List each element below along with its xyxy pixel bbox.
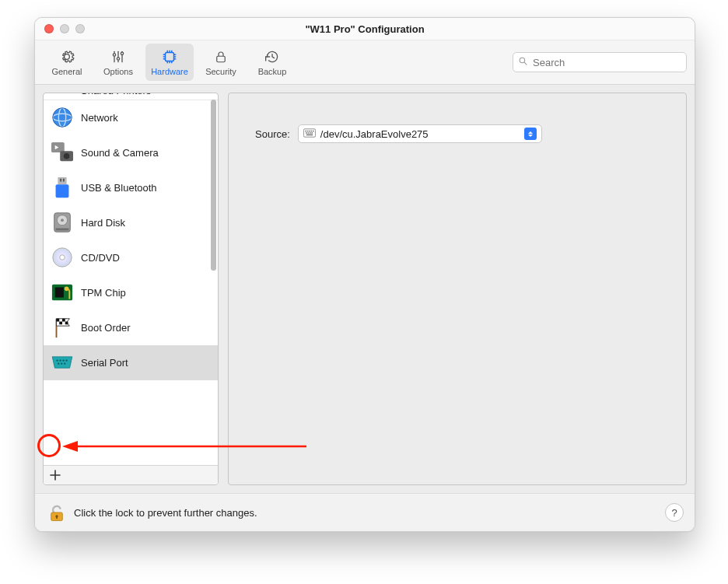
svg-line-21 [524,62,527,65]
svg-rect-19 [217,56,226,62]
keyboard-icon [303,128,316,140]
svg-rect-69 [306,134,313,135]
footer: Click the lock to prevent further change… [35,493,695,531]
svg-rect-63 [310,130,312,131]
tab-label: Hardware [151,67,188,76]
tab-general[interactable]: General [43,44,91,81]
sidebar-item-tpm-chip[interactable]: TPM Chip [44,275,218,310]
tab-security[interactable]: Security [197,44,245,81]
serial-icon [50,350,75,375]
lock-button[interactable] [46,502,68,523]
detail-panel: Source: /dev/cu.JabraEvolve275 [228,93,687,485]
tab-label: General [51,67,82,76]
add-hardware-button[interactable] [48,468,62,482]
sidebar-item-label: Boot Order [81,322,131,334]
svg-rect-68 [311,132,313,134]
window-minimize-button[interactable] [60,24,69,33]
svg-rect-47 [62,319,65,322]
search-input[interactable] [531,56,681,69]
sidebar-item-label: USB & Bluetooth [81,182,157,194]
search-field[interactable] [513,52,687,72]
sidebar-item-hard-disk[interactable]: Hard Disk [44,205,218,240]
window-close-button[interactable] [44,24,54,33]
tpm-icon [50,280,75,305]
svg-point-4 [117,58,119,60]
globe-icon [50,105,75,130]
sidebar-item-serial-port[interactable]: Serial Port [44,345,218,380]
chip-icon [161,48,178,65]
svg-rect-33 [56,184,69,198]
sidebar-item-label: Network [81,112,118,124]
tab-backup[interactable]: Backup [248,44,296,81]
svg-rect-62 [309,130,310,131]
flag-icon [50,315,75,340]
svg-rect-67 [310,132,311,134]
svg-rect-6 [166,53,174,61]
sidebar-item-cd-dvd[interactable]: CD/DVD [44,240,218,275]
svg-point-55 [61,362,62,364]
sidebar-item-usb-bluetooth[interactable]: USB & Bluetooth [44,170,218,205]
svg-point-56 [64,362,65,364]
svg-rect-72 [56,516,58,519]
sidebar-scrollbar[interactable] [211,100,216,271]
hardware-sidebar: Shared Printers Network [43,93,219,485]
svg-rect-46 [57,319,60,322]
svg-rect-32 [58,177,66,184]
window-zoom-button[interactable] [75,24,85,33]
toolbar: General Options Hardware [35,40,695,85]
sidebar-item-label: Hard Disk [81,217,125,229]
sidebar-item-label: Sound & Camera [81,147,159,159]
svg-rect-64 [313,130,314,131]
svg-point-20 [520,58,525,63]
svg-rect-66 [307,132,309,134]
lock-icon [212,48,229,65]
svg-point-53 [65,359,67,361]
window-title: "W11 Pro" Configuration [35,23,695,35]
sidebar-item-sound-camera[interactable]: Sound & Camera [44,135,218,170]
svg-point-41 [60,255,65,261]
svg-point-31 [64,153,69,159]
svg-rect-60 [305,130,306,131]
tab-label: Backup [258,67,287,76]
svg-rect-35 [63,179,65,182]
svg-rect-34 [60,179,61,182]
svg-rect-39 [56,229,69,231]
popup-arrows-icon [524,128,537,140]
source-label: Source: [255,128,290,140]
preferences-window: "W11 Pro" Configuration General Options [34,17,695,532]
content-area: Shared Printers Network [35,85,695,493]
lock-text: Click the lock to prevent further change… [74,507,257,519]
svg-point-54 [58,362,59,364]
sidebar-item-boot-order[interactable]: Boot Order [44,310,218,345]
tab-hardware[interactable]: Hardware [145,44,194,81]
source-popup[interactable]: /dev/cu.JabraEvolve275 [298,124,542,143]
svg-rect-49 [65,322,68,325]
svg-point-52 [62,359,64,361]
usb-icon [50,175,75,200]
printer-icon [50,93,75,96]
tab-label: Security [205,67,236,76]
svg-point-5 [121,52,123,54]
svg-rect-65 [306,132,307,134]
source-value: /dev/cu.JabraEvolve275 [320,128,524,140]
sidebar-item-label: TPM Chip [81,287,126,299]
search-icon [518,56,528,68]
help-button[interactable]: ? [665,503,684,522]
av-icon [50,140,75,165]
sidebar-item-label: CD/DVD [81,252,120,264]
sidebar-item-label: Serial Port [81,357,128,369]
sidebar-item-network[interactable]: Network [44,100,218,135]
tab-label: Options [103,67,133,76]
svg-point-51 [59,359,61,361]
svg-rect-48 [59,322,62,325]
history-icon [264,48,281,65]
sliders-icon [110,48,127,65]
sidebar-item-label: Shared Printers [81,93,151,96]
tab-options[interactable]: Options [94,44,142,81]
svg-point-38 [61,219,64,222]
gear-icon [58,48,75,65]
titlebar: "W11 Pro" Configuration [35,18,695,40]
svg-point-3 [113,54,115,56]
sidebar-item-shared-printers[interactable]: Shared Printers [44,93,218,100]
svg-point-50 [56,359,58,361]
